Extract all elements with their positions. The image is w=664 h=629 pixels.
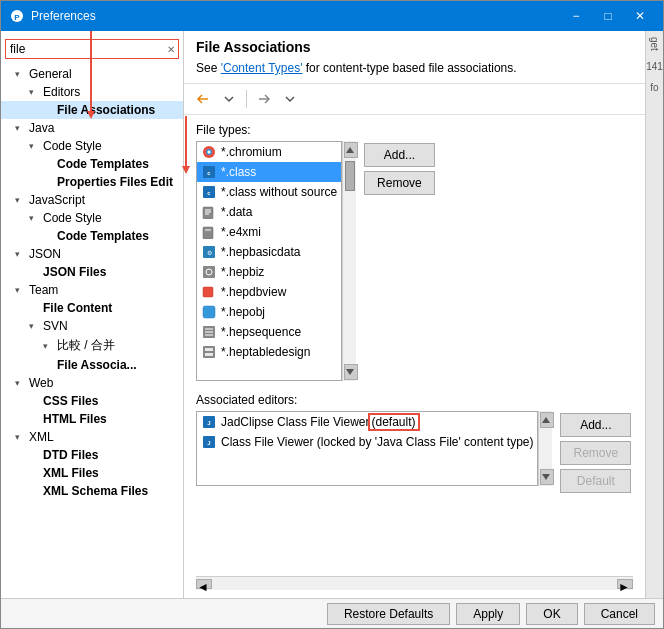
sidebar-item-svn[interactable]: ▾ SVN	[1, 317, 183, 335]
list-item[interactable]: *.hepobj	[197, 302, 341, 322]
sidebar-item-properties-files[interactable]: ▸ Properties Files Edit	[1, 173, 183, 191]
hscroll-right-btn[interactable]: ►	[617, 579, 633, 589]
heptabledesign-icon	[201, 344, 217, 360]
sidebar-item-css-files[interactable]: ▸ CSS Files	[1, 392, 183, 410]
file-types-scrollbar[interactable]	[342, 141, 356, 381]
assoc-default-button[interactable]: Default	[560, 469, 631, 493]
toolbar-dropdown-button[interactable]	[218, 88, 240, 110]
window-title: Preferences	[31, 9, 561, 23]
scroll-up-btn[interactable]	[344, 142, 358, 158]
sidebar-item-code-templates-java[interactable]: ▸ Code Templates	[1, 155, 183, 173]
expand-arrow: ▾	[15, 249, 29, 259]
list-item[interactable]: c *.class without source	[197, 182, 341, 202]
scroll-down-btn[interactable]	[344, 364, 358, 380]
content-area: ✕ ▾ General ▾ Editors ▸ File Association…	[1, 31, 663, 598]
list-item[interactable]: *.hepdbview	[197, 282, 341, 302]
right-edge-panel: get 141 fо	[645, 31, 663, 598]
restore-defaults-button[interactable]: Restore Defaults	[327, 603, 450, 625]
sidebar-item-javascript[interactable]: ▾ JavaScript	[1, 191, 183, 209]
file-type-label: *.hepsequence	[221, 325, 301, 339]
toolbar-forward-button[interactable]	[253, 88, 275, 110]
expand-arrow: ▾	[29, 87, 43, 97]
panel-toolbar	[184, 84, 645, 115]
expand-arrow: ▾	[43, 341, 57, 351]
class-nosource-icon: c	[201, 184, 217, 200]
cancel-button[interactable]: Cancel	[584, 603, 655, 625]
sidebar-item-editors[interactable]: ▾ Editors	[1, 83, 183, 101]
svg-text:⚙: ⚙	[207, 250, 212, 256]
sidebar-item-compare[interactable]: ▾ 比較 / 合并	[1, 335, 183, 356]
assoc-scrollbar[interactable]	[538, 411, 552, 486]
search-input[interactable]	[6, 40, 164, 58]
svg-rect-13	[203, 227, 213, 239]
list-item[interactable]: *.data	[197, 202, 341, 222]
search-clear-button[interactable]: ✕	[164, 41, 178, 57]
assoc-remove-button[interactable]: Remove	[560, 441, 631, 465]
horizontal-scrollbar[interactable]: ◄ ►	[196, 576, 633, 590]
list-item[interactable]: *.e4xmi	[197, 222, 341, 242]
sidebar-item-code-templates-js[interactable]: ▸ Code Templates	[1, 227, 183, 245]
file-types-list[interactable]: *.chromium c *.class	[196, 141, 342, 381]
scroll-thumb[interactable]	[345, 161, 355, 191]
sidebar-item-java[interactable]: ▾ Java	[1, 119, 183, 137]
app-icon: P	[9, 8, 25, 24]
panel-body: File types:	[184, 115, 645, 598]
file-types-add-button[interactable]: Add...	[364, 143, 435, 167]
sidebar-item-json[interactable]: ▾ JSON	[1, 245, 183, 263]
sidebar-item-xml-files[interactable]: ▸ XML Files	[1, 464, 183, 482]
sidebar-item-team[interactable]: ▾ Team	[1, 281, 183, 299]
sidebar-item-xml-schema-files[interactable]: ▸ XML Schema Files	[1, 482, 183, 500]
list-item[interactable]: ⚙ *.hepbasicdata	[197, 242, 341, 262]
file-types-list-container: *.chromium c *.class	[196, 141, 356, 381]
sidebar-item-file-content[interactable]: ▸ File Content	[1, 299, 183, 317]
apply-button[interactable]: Apply	[456, 603, 520, 625]
list-item[interactable]: *.hepsequence	[197, 322, 341, 342]
list-item[interactable]: J Class File Viewer (locked by 'Java Cla…	[197, 432, 537, 452]
toolbar-back-button[interactable]	[192, 88, 214, 110]
minimize-button[interactable]: −	[561, 6, 591, 26]
assoc-editors-list-section: J JadClipse Class File Viewer (default)	[196, 411, 633, 493]
assoc-add-button[interactable]: Add...	[560, 413, 631, 437]
sidebar-item-dtd-files[interactable]: ▸ DTD Files	[1, 446, 183, 464]
svg-rect-25	[203, 346, 215, 358]
sidebar-item-xml[interactable]: ▾ XML	[1, 428, 183, 446]
list-item[interactable]: *.heptabledesign	[197, 342, 341, 362]
ok-button[interactable]: OK	[526, 603, 577, 625]
list-item[interactable]: *.hepbiz	[197, 262, 341, 282]
content-types-link[interactable]: 'Content Types'	[221, 61, 303, 75]
file-types-remove-button[interactable]: Remove	[364, 171, 435, 195]
expand-arrow: ▾	[15, 69, 29, 79]
svg-text:P: P	[14, 13, 20, 22]
expand-arrow: ▾	[15, 378, 29, 388]
jadclipse-default-badge: (default)	[370, 415, 418, 429]
sidebar-item-file-assoc-svn[interactable]: ▸ File Associa...	[1, 356, 183, 374]
list-item[interactable]: c *.class	[197, 162, 341, 182]
sidebar-item-code-style-java[interactable]: ▾ Code Style	[1, 137, 183, 155]
sidebar-item-code-style-js[interactable]: ▾ Code Style	[1, 209, 183, 227]
file-types-section: *.chromium c *.class	[196, 141, 633, 381]
list-item[interactable]: J JadClipse Class File Viewer (default)	[197, 412, 537, 432]
hepdbview-icon	[201, 284, 217, 300]
assoc-scroll-down[interactable]	[540, 469, 554, 485]
list-item[interactable]: *.chromium	[197, 142, 341, 162]
e4xmi-icon	[201, 224, 217, 240]
sidebar-item-general[interactable]: ▾ General	[1, 65, 183, 83]
sidebar-item-html-files[interactable]: ▸ HTML Files	[1, 410, 183, 428]
sidebar-item-json-files[interactable]: ▸ JSON Files	[1, 263, 183, 281]
sidebar-item-file-associations[interactable]: ▸ File Associations	[1, 101, 183, 119]
assoc-scroll-up[interactable]	[540, 412, 554, 428]
maximize-button[interactable]: □	[593, 6, 623, 26]
hscroll-left-btn[interactable]: ◄	[196, 579, 212, 589]
sidebar-item-web[interactable]: ▾ Web	[1, 374, 183, 392]
assoc-editors-container: J JadClipse Class File Viewer (default)	[196, 411, 552, 486]
file-type-label: *.class without source	[221, 185, 337, 199]
assoc-editors-list[interactable]: J JadClipse Class File Viewer (default)	[196, 411, 538, 486]
svg-text:J: J	[207, 420, 210, 426]
toolbar-forward-dropdown-button[interactable]	[279, 88, 301, 110]
file-types-label: File types:	[196, 123, 633, 137]
hepbasicdata-icon: ⚙	[201, 244, 217, 260]
close-button[interactable]: ✕	[625, 6, 655, 26]
jadclipse-label: JadClipse Class File Viewer	[221, 415, 370, 429]
preferences-window: P Preferences − □ ✕ ✕ ▾ General ▾ Editor…	[0, 0, 664, 629]
search-box: ✕	[5, 39, 179, 59]
